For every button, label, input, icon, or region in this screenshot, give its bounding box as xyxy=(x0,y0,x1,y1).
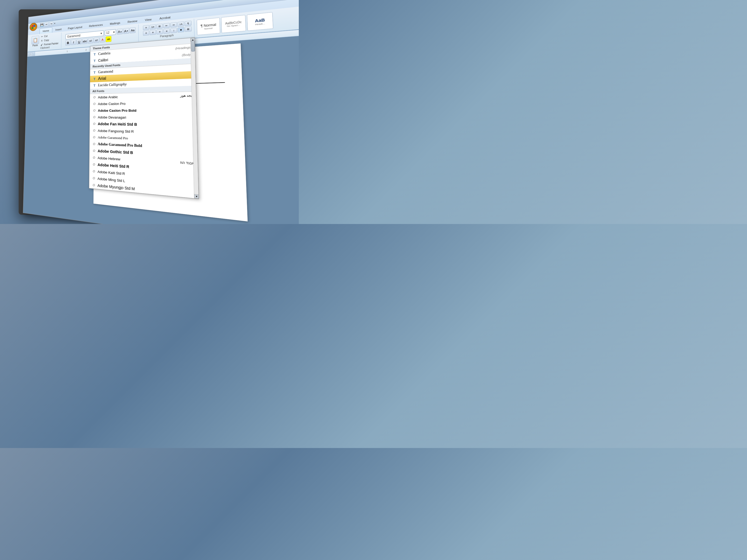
adobe-arabic-left: O Adobe Arabic xyxy=(93,95,118,99)
adobe-heiti-icon: O xyxy=(92,162,96,167)
adobe-garamond-left: O Adobe Garamond Pro xyxy=(92,135,128,140)
cambria-left: T Cambria xyxy=(93,51,110,56)
font-color-button[interactable]: A xyxy=(100,37,105,43)
ruler-2: 2 xyxy=(85,49,86,51)
bold-button[interactable]: B xyxy=(66,40,71,46)
arial-icon: T xyxy=(93,77,96,81)
svg-rect-3 xyxy=(34,27,35,28)
adobe-heiti-name: Adobe Heiti Std R xyxy=(98,163,129,169)
ruler-corner[interactable]: L xyxy=(30,53,33,56)
adobe-fan-heiti-left: O Adobe Fan Heiti Std B xyxy=(92,122,137,127)
dropdown-wrapper: Theme Fonts T Cambria (Headings) T Calib… xyxy=(89,37,199,198)
left-panel: L xyxy=(27,52,35,56)
font-dropdown-arrow: ▾ xyxy=(101,31,102,35)
font-type-icon-2: T xyxy=(93,59,97,63)
adobe-devanagari-name: Adobe Devanagari xyxy=(98,115,126,119)
undo-button[interactable]: ↩ xyxy=(45,22,49,27)
shading-button[interactable]: ■ xyxy=(178,27,184,32)
italic-button[interactable]: I xyxy=(71,39,76,45)
svg-rect-0 xyxy=(32,25,33,27)
lucida-icon: T xyxy=(93,83,96,87)
adobe-caslon-bold-icon: O xyxy=(92,108,96,113)
highlight-button[interactable]: ab xyxy=(106,36,111,42)
adobe-garamond-bold-icon: O xyxy=(92,142,96,146)
adobe-gothic-left: O Adobe Gothic Std B xyxy=(92,149,133,155)
font-size-dropdown[interactable]: 12 ▾ xyxy=(105,29,116,36)
cambria-name: Cambria xyxy=(98,51,110,56)
adobe-arabic-name: Adobe Arabic xyxy=(98,95,118,99)
adobe-fan-heiti-name: Adobe Fan Heiti Std B xyxy=(98,122,137,127)
clear-formatting-button[interactable]: Aa xyxy=(130,27,136,33)
font-size-buttons: A▲ A▼ Aa xyxy=(117,27,136,34)
cut-label: Cut xyxy=(44,35,48,37)
garamond-left: T Garamond xyxy=(93,70,113,75)
shrink-font-button[interactable]: A▼ xyxy=(123,28,129,34)
garamond-name: Garamond xyxy=(98,70,113,75)
bullets-button[interactable]: ≡ xyxy=(143,25,149,30)
style-normal-label: Normal xyxy=(204,27,213,30)
paste-button[interactable]: 📋 Paste xyxy=(31,35,40,47)
adobe-fangsong-left: O Adobe Fangsong Std R xyxy=(92,128,134,133)
scrollbar-thumb[interactable] xyxy=(191,41,195,52)
justify-button[interactable]: ≡ xyxy=(163,28,170,34)
increase-indent-button[interactable]: ⇒ xyxy=(171,22,177,27)
line-spacing-button[interactable]: ↕ xyxy=(171,28,177,33)
lucida-left: T Lucida Calligraphy xyxy=(93,82,127,87)
underline-button[interactable]: U xyxy=(77,39,82,45)
window-container: Document3 - Microsoft Word ─ □ ✕ 💾 ↩ ↪ ▾… xyxy=(23,0,299,224)
adobe-myungjo-icon: O xyxy=(92,183,96,187)
numbering-button[interactable]: 1≡ xyxy=(150,24,156,30)
borders-button[interactable]: ⊞ xyxy=(185,26,192,32)
sort-button[interactable]: ↕A xyxy=(177,21,184,27)
adobe-gothic-name: Adobe Gothic Std B xyxy=(98,149,133,155)
format-painter-icon: 🖌 xyxy=(40,43,43,47)
superscript-button[interactable]: x2 xyxy=(94,37,99,43)
font-item-adobe-caslon[interactable]: O Adobe Caslon Pro xyxy=(90,99,196,107)
lucida-name: Lucida Calligraphy xyxy=(98,82,127,87)
svg-rect-1 xyxy=(34,25,35,27)
adobe-gothic-icon: O xyxy=(92,149,96,153)
adobe-garamond-bold-left: O Adobe Garamond Pro Bold xyxy=(92,142,142,148)
style-heading-label: Headi... xyxy=(255,22,265,26)
adobe-garamond-bold-name: Adobe Garamond Pro Bold xyxy=(98,142,142,148)
format-painter-label: Format Painter xyxy=(44,42,58,46)
scissors-icon: ✂ xyxy=(41,35,44,38)
copy-icon: ⎘ xyxy=(41,39,44,42)
adobe-caslon-left: O Adobe Caslon Pro xyxy=(93,102,126,106)
multilevel-list-button[interactable]: ⊞ xyxy=(156,24,163,29)
font-size-value: 12 xyxy=(106,31,109,34)
copy-label: Copy xyxy=(44,39,49,42)
strikethrough-button[interactable]: abc xyxy=(82,38,87,44)
adobe-garamond-icon: O xyxy=(92,135,96,139)
align-left-button[interactable]: ≡ xyxy=(143,30,149,35)
font-item-adobe-caslon-bold[interactable]: O Adobe Caslon Pro Bold xyxy=(90,107,197,114)
show-marks-button[interactable]: ¶ xyxy=(185,21,191,26)
adobe-arabic-preview: أيجد هوز xyxy=(180,93,193,98)
adobe-caslon-name: Adobe Caslon Pro xyxy=(98,102,125,106)
align-right-button[interactable]: ≡ xyxy=(157,29,163,34)
grow-font-button[interactable]: A▲ xyxy=(117,28,123,34)
adobe-hebrew-name: Adobe Hebrew xyxy=(98,156,120,161)
subscript-button[interactable]: x2 xyxy=(88,38,93,44)
scroll-down-button[interactable]: ▼ xyxy=(194,194,199,199)
adobe-devanagari-left: O Adobe Devanagari xyxy=(92,115,126,119)
arial-left: T Arial xyxy=(93,76,106,81)
decrease-indent-button[interactable]: ⇐ xyxy=(163,23,170,28)
style-heading[interactable]: AaB Headi... xyxy=(247,12,273,31)
adobe-fangsong-icon: O xyxy=(92,128,96,133)
save-button[interactable]: 💾 xyxy=(40,23,44,27)
style-no-spacing[interactable]: AaBbCcDc No Spaci... xyxy=(221,15,246,33)
cut-copy-format-group: ✂ Cut ⎘ Copy 🖌 Format Painter xyxy=(40,33,59,47)
cambria-tag: (Headings) xyxy=(175,46,192,50)
adobe-fangsong-name: Adobe Fangsong Std R xyxy=(98,129,134,133)
adobe-hebrew-left: O Adobe Hebrew xyxy=(92,155,121,161)
arial-name: Arial xyxy=(98,76,106,81)
adobe-hebrew-icon: O xyxy=(92,155,96,160)
paste-label: Paste xyxy=(32,44,38,47)
style-normal[interactable]: ¶ Normal Normal xyxy=(197,18,221,35)
adobe-fan-heiti-icon: O xyxy=(92,122,96,126)
adobe-kaiti-name: Adobe Kaiti Std R xyxy=(98,170,125,176)
align-center-button[interactable]: ≡ xyxy=(150,30,156,35)
adobe-kaiti-icon: O xyxy=(92,169,96,174)
redo-button[interactable]: ↪ xyxy=(49,22,53,26)
